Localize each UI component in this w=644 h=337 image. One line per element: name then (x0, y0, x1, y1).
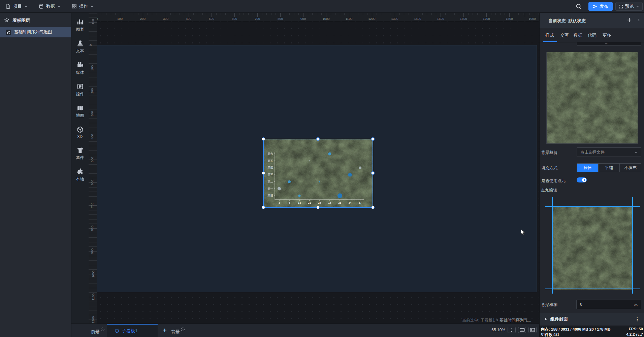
publish-button[interactable]: 发布 (588, 2, 613, 11)
current-selection-status: 当前选中: 子看板1 > 基础时间序列气... (462, 317, 531, 323)
scene-tabs-bar: 前景 子看板1 + 背景 65.10% (71, 324, 539, 337)
kebab-menu-icon[interactable]: ⋮ (635, 318, 640, 320)
add-dashboard-button[interactable]: + (160, 326, 169, 335)
selection-handle-ne[interactable] (371, 137, 375, 141)
toolbox-item-text[interactable]: 文本 (76, 40, 84, 54)
fill-mode-option[interactable]: 拉伸 (577, 164, 598, 172)
preview-label: 预览 (625, 3, 634, 9)
ninepatch-guide-left[interactable] (552, 197, 553, 294)
chevron-down-icon (24, 5, 28, 8)
state-row: 当前状态: 默认状态 (540, 13, 644, 28)
fill-mode-switch: 拉伸平铺不填充 (577, 163, 641, 172)
fit-to-screen-icon[interactable] (508, 327, 516, 333)
add-foreground-icon[interactable] (101, 328, 104, 331)
v-ruler-label: 800 (90, 226, 94, 231)
console-icon[interactable] (528, 327, 537, 333)
toolbox-item-kit[interactable]: 套件 (76, 146, 84, 161)
toolbox-item-map[interactable]: 地图 (76, 104, 84, 119)
selection-handle-w[interactable] (262, 171, 265, 175)
h-ruler-label: 900 (300, 17, 306, 21)
layers-panel: 看板图层 基础时间序列气泡图 (0, 13, 71, 337)
panel-tab-5[interactable]: 更多 (603, 32, 611, 38)
toolbox-item-chart[interactable]: 图表 (76, 18, 84, 32)
component-cover-section-header[interactable]: 组件封面 ⋮ (540, 313, 644, 325)
panel-tab-3[interactable]: 数据 (574, 32, 582, 38)
foreground-layer-button[interactable]: 前景 (91, 328, 104, 335)
ninepatch-guide-right[interactable] (632, 197, 633, 294)
add-background-icon[interactable] (181, 328, 185, 331)
editor-canvas[interactable]: 0100200300400500600700800900100011001200… (89, 13, 539, 324)
ninepatch-guide-bottom[interactable] (545, 289, 640, 289)
vertical-ruler: -100010020030040050060070080090010001100… (89, 13, 97, 324)
selection-handle-n[interactable] (316, 137, 320, 141)
svg-text:周六: 周六 (267, 152, 273, 156)
properties-panel: 当前状态: 默认状态 样式交互数据代码更多 resources/4-2_l070… (539, 13, 644, 337)
fill-mode-label: 填充方式 (541, 165, 557, 171)
file-select-placeholder: 点击选择文件 (580, 149, 605, 155)
menu-document[interactable]: 项目 (0, 0, 33, 13)
background-image-preview[interactable] (546, 52, 638, 144)
menu-group: 项目数据操作 (0, 0, 99, 13)
layer-item-label: 基础时间序列气泡图 (14, 29, 52, 35)
menu-grid[interactable]: 操作 (66, 0, 99, 13)
toolbox-item-local[interactable]: 本地 (76, 168, 84, 182)
resource-path-input[interactable]: resources/4-2_l0701000407 (577, 42, 641, 46)
active-tab-underline (543, 41, 557, 42)
h-ruler-label: 1000 (322, 17, 329, 21)
add-state-icon[interactable] (626, 17, 632, 23)
toolbox-item-cube[interactable]: 3D (76, 126, 84, 139)
v-ruler-label: 300 (90, 111, 94, 116)
preview-button[interactable]: 预览 (615, 2, 643, 11)
selection-handle-e[interactable] (371, 171, 375, 175)
file-select-dropdown[interactable]: 点击选择文件 (577, 147, 641, 157)
v-ruler-label: 100 (90, 65, 94, 71)
toolbox-item-label: 媒体 (76, 70, 84, 75)
panel-tab-2[interactable]: 交互 (560, 32, 569, 38)
h-ruler-label: 600 (232, 17, 237, 21)
toolbox-item-label: 套件 (76, 155, 84, 161)
selection-handle-s[interactable] (316, 206, 320, 209)
menu-label: 操作 (79, 3, 88, 9)
fill-mode-option[interactable]: 不填充 (619, 164, 641, 172)
database-icon (39, 4, 44, 9)
svg-text:周一: 周一 (267, 187, 273, 191)
selection-handle-nw[interactable] (262, 137, 265, 141)
svg-text:13: 13 (298, 201, 301, 204)
tab-sub-dashboard-1[interactable]: 子看板1 (107, 324, 158, 337)
svg-text:34: 34 (348, 201, 352, 204)
chevron-right-icon[interactable] (637, 18, 641, 22)
v-ruler-label: 1100 (91, 294, 95, 300)
ninepatch-guide-top[interactable] (545, 206, 640, 207)
caret-right-icon (545, 318, 547, 321)
send-icon (593, 4, 598, 9)
selection-handle-sw[interactable] (262, 206, 265, 209)
selected-bubble-chart-component[interactable]: 周六周五周四周三周二周一周日3813212818253437 (264, 139, 373, 207)
toolbox-item-label: 3D (77, 134, 83, 139)
fill-mode-option[interactable]: 平铺 (598, 164, 620, 172)
toolbox-item-media[interactable]: 媒体 (76, 61, 84, 75)
v-ruler-label: 500 (90, 157, 94, 162)
svg-text:21: 21 (308, 201, 311, 204)
menu-database[interactable]: 数据 (33, 0, 66, 13)
horizontal-ruler: 0100200300400500600700800900100011001200… (89, 13, 539, 22)
h-ruler-label: 100 (117, 17, 123, 21)
selection-path: 当前选中: 子看板1 > (462, 318, 498, 323)
h-ruler-label: 1300 (391, 17, 398, 21)
toolbox-item-widget[interactable]: 控件 (76, 83, 84, 97)
svg-text:周日: 周日 (267, 194, 273, 197)
keyboard-shortcuts-icon[interactable] (518, 327, 526, 333)
text-icon (76, 40, 84, 47)
panel-tab-1[interactable]: 样式 (545, 32, 554, 38)
selection-handle-se[interactable] (371, 206, 375, 209)
zoom-level[interactable]: 65.10% (491, 328, 505, 332)
h-ruler-label: 400 (186, 17, 191, 21)
h-ruler-label: 1400 (414, 17, 421, 21)
svg-text:周三: 周三 (267, 173, 273, 176)
ninepatch-toggle[interactable] (577, 177, 587, 182)
search-icon[interactable] (575, 3, 582, 10)
background-layer-button[interactable]: 背景 (171, 328, 185, 335)
layer-item-bubble-chart[interactable]: 基础时间序列气泡图 (0, 27, 71, 37)
panel-tab-4[interactable]: 代码 (588, 32, 597, 38)
background-blur-input[interactable]: 0 px (576, 300, 641, 309)
memory-label: 内存: (541, 327, 550, 331)
